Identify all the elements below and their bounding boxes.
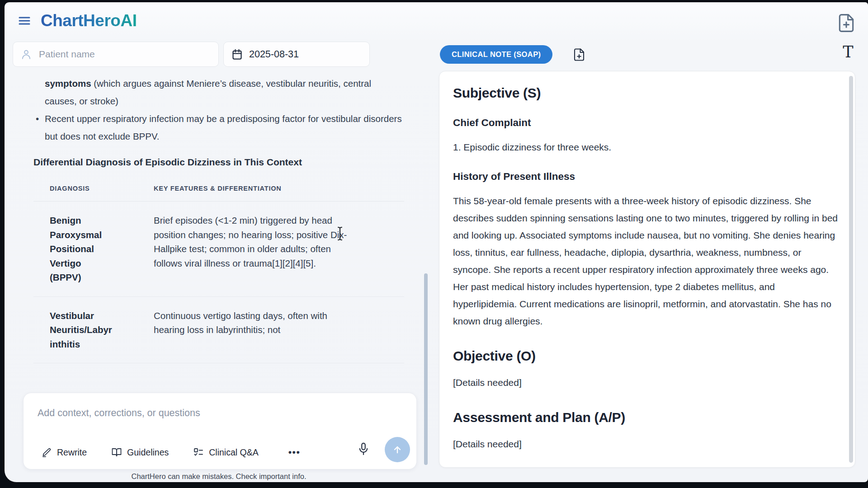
more-options-button[interactable]: •••	[286, 446, 303, 458]
new-note-icon[interactable]	[572, 47, 586, 64]
note-paragraph: [Details needed]	[453, 374, 840, 391]
bullet-bold-lead: symptoms	[45, 78, 91, 89]
table-row: Benign Paroxysmal Positional Vertigo (BP…	[33, 202, 404, 297]
note-section-heading: Subjective (S)	[453, 84, 840, 102]
features-cell: Continuous vertigo lasting days, often w…	[154, 309, 348, 352]
date-value: 2025-08-31	[249, 49, 299, 60]
note-scrollbar[interactable]	[849, 76, 853, 463]
arrow-up-icon	[392, 444, 403, 455]
note-paragraph: [Details needed]	[453, 436, 840, 453]
hamburger-menu-icon[interactable]	[15, 15, 29, 28]
bullet-text: Recent upper respiratory infection may b…	[45, 113, 402, 141]
note-paragraph: 1. Episodic dizziness for three weeks.	[453, 139, 840, 156]
app-window: ChartHeroAI 2025-08-31 CLINICAL NOTE (SO…	[5, 2, 868, 482]
guidelines-label: Guidelines	[127, 447, 169, 458]
table-header-row: DIAGNOSIS KEY FEATURES & DIFFERENTIATION	[33, 185, 404, 202]
diagnosis-cell: Vestibular Neuritis/Labyrinthitis	[50, 309, 112, 352]
bullet-text: (which argues against Meniere’s disease,…	[45, 78, 371, 106]
note-content: Subjective (S) Chief Complaint 1. Episod…	[439, 71, 855, 453]
pen-icon	[42, 447, 52, 458]
features-cell: Brief episodes (<1-2 min) triggered by h…	[154, 213, 348, 285]
text-tool-icon[interactable]: T	[839, 43, 857, 61]
composer-card: Rewrite Guidelines	[23, 393, 417, 469]
new-document-icon[interactable]	[836, 12, 856, 35]
rewrite-button[interactable]: Rewrite	[42, 447, 87, 458]
clinical-qa-label: Clinical Q&A	[209, 447, 258, 458]
differential-diagnosis-heading: Differential Diagnosis of Episodic Dizzi…	[33, 156, 405, 169]
patient-name-field[interactable]	[13, 42, 219, 67]
patient-name-input[interactable]	[38, 48, 211, 60]
microphone-icon[interactable]	[357, 441, 370, 458]
disclaimer-text: ChartHero can make mistakes. Check impor…	[33, 472, 404, 481]
list-item: • Recent upper respiratory infection may…	[33, 110, 405, 145]
guidelines-button[interactable]: Guidelines	[111, 447, 169, 458]
column-header-diagnosis: DIAGNOSIS	[50, 185, 112, 192]
chat-bullet-list: symptoms (which argues against Meniere’s…	[33, 75, 405, 145]
composer-actions: Rewrite Guidelines	[42, 446, 303, 458]
clinical-qa-button[interactable]: Clinical Q&A	[193, 447, 258, 458]
diagnosis-cell: Benign Paroxysmal Positional Vertigo (BP…	[50, 213, 112, 285]
list-item: symptoms (which argues against Meniere’s…	[33, 75, 405, 110]
table-row: Vestibular Neuritis/Labyrinthitis Contin…	[33, 297, 404, 364]
note-subheading: History of Present Illness	[453, 170, 840, 183]
chat-scrollbar[interactable]	[424, 273, 428, 465]
chat-pane: symptoms (which argues against Meniere’s…	[33, 70, 405, 363]
rewrite-label: Rewrite	[57, 447, 87, 458]
note-subheading: Chief Complaint	[453, 116, 840, 130]
note-section-heading: Assessment and Plan (A/P)	[453, 408, 840, 427]
send-button[interactable]	[385, 437, 410, 462]
note-paragraph: This 58-year-old female presents with a …	[453, 192, 840, 330]
list-todo-icon	[193, 447, 204, 458]
book-open-icon	[111, 447, 122, 458]
person-icon	[20, 48, 32, 60]
clinical-note-panel: Subjective (S) Chief Complaint 1. Episod…	[439, 71, 855, 468]
date-field[interactable]: 2025-08-31	[223, 42, 370, 67]
composer-input[interactable]	[37, 403, 398, 423]
clinical-note-soap-button[interactable]: CLINICAL NOTE (SOAP)	[440, 45, 552, 64]
app-logo: ChartHeroAI	[41, 11, 137, 30]
column-header-key-features: KEY FEATURES & DIFFERENTIATION	[154, 185, 348, 192]
calendar-icon	[231, 48, 243, 61]
differential-diagnosis-table: DIAGNOSIS KEY FEATURES & DIFFERENTIATION…	[33, 185, 404, 363]
note-section-heading: Objective (O)	[453, 347, 840, 365]
